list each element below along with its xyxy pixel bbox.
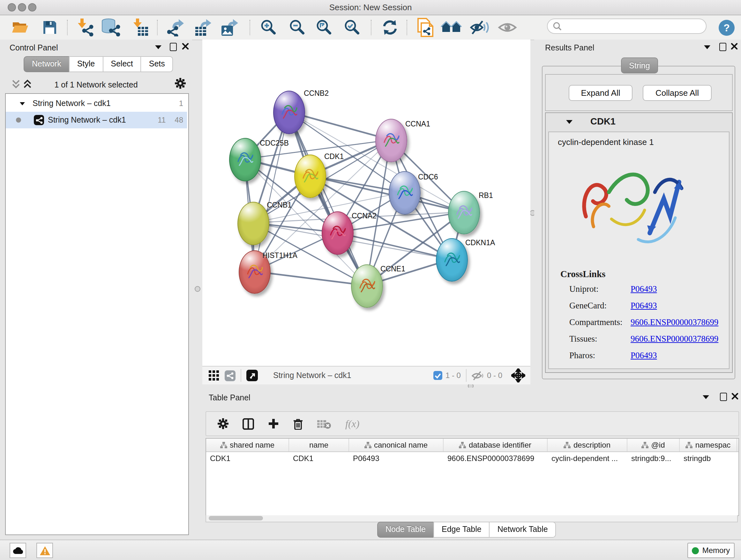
show-columns-icon[interactable] <box>243 418 254 429</box>
network-node-CCNE1[interactable] <box>351 264 383 308</box>
tab-network-table[interactable]: Network Table <box>489 522 556 538</box>
tab-node-table[interactable]: Node Table <box>377 522 434 538</box>
tab-sets[interactable]: Sets <box>141 56 173 72</box>
column-type-icon <box>686 442 693 448</box>
table-row[interactable]: CDK1CDK1P064939606.ENSP00000378699cyclin… <box>206 452 738 465</box>
selected-counts: 1 - 0 <box>446 371 461 380</box>
delete-table-icon[interactable] <box>317 419 331 429</box>
refresh-icon[interactable] <box>382 18 398 37</box>
save-session-icon[interactable] <box>42 18 57 37</box>
export-table-icon[interactable] <box>194 18 212 37</box>
zoom-selected-icon[interactable] <box>344 18 360 37</box>
column-header-description[interactable]: description <box>548 439 627 451</box>
export-image-icon[interactable] <box>220 18 238 37</box>
network-node-CDC6[interactable] <box>389 171 421 214</box>
column-header-namespac[interactable]: namespac <box>680 439 737 451</box>
network-edge[interactable] <box>254 112 288 271</box>
network-node-CCNA2[interactable] <box>322 211 354 255</box>
toolbar-separator <box>67 20 68 35</box>
houses-icon[interactable] <box>441 18 462 37</box>
column-header--id[interactable]: @id <box>627 439 680 451</box>
selected-checkbox-icon[interactable] <box>433 371 442 380</box>
tab-network[interactable]: Network <box>23 56 70 72</box>
export-network-icon[interactable] <box>167 18 184 37</box>
network-node-RB1[interactable] <box>448 191 480 234</box>
memory-button[interactable]: Memory <box>687 543 735 558</box>
network-node-CDC25B[interactable] <box>229 138 261 181</box>
network-node-CDK1[interactable] <box>294 154 326 198</box>
add-column-icon[interactable] <box>268 418 279 429</box>
open-folder-icon[interactable] <box>11 18 29 37</box>
duplicate-network-icon[interactable] <box>416 18 434 37</box>
protein-ribbon-icon <box>300 164 320 187</box>
collapse-entry-icon[interactable] <box>566 120 572 124</box>
open-in-new-window-icon[interactable] <box>246 370 258 381</box>
panel-menu-icon[interactable] <box>155 45 161 49</box>
import-network-from-database-icon[interactable] <box>101 18 121 37</box>
tab-select[interactable]: Select <box>103 56 141 72</box>
hide-eye-icon[interactable] <box>470 18 489 37</box>
close-panel-icon[interactable] <box>731 393 738 400</box>
column-header-canonical-name[interactable]: canonical name <box>349 439 444 451</box>
gear-icon[interactable] <box>175 78 186 89</box>
network-edge[interactable] <box>337 233 451 259</box>
scrollbar-thumb[interactable] <box>209 516 263 520</box>
network-edge[interactable] <box>288 112 366 286</box>
tab-string[interactable]: String <box>621 57 658 73</box>
import-table-icon[interactable] <box>133 18 149 37</box>
crosslink-link[interactable]: 9606.ENSP00000378699 <box>630 334 718 344</box>
show-eye-icon[interactable] <box>498 18 517 37</box>
tree-row-collection[interactable]: String Network – cdk1 1 <box>6 95 187 112</box>
network-node-CCNB1[interactable] <box>238 202 269 245</box>
table-horizontal-scrollbar[interactable] <box>205 515 738 522</box>
warnings-button[interactable] <box>37 543 53 558</box>
column-header-name[interactable]: name <box>289 439 349 451</box>
zoom-fit-icon[interactable] <box>316 18 333 37</box>
main-toolbar: ? <box>0 15 741 40</box>
network-node-CDKN1A[interactable] <box>436 238 468 282</box>
column-header-database-identifier[interactable]: database identifier <box>444 439 548 451</box>
vertical-splitter-handle[interactable] <box>195 286 200 292</box>
network-view-icon[interactable] <box>225 370 235 381</box>
delete-column-icon[interactable] <box>293 418 303 429</box>
close-panel-icon[interactable] <box>182 43 189 50</box>
string-results-box: Expand All Collapse All CDK1 cyclin-depe… <box>542 66 735 379</box>
import-network-icon[interactable] <box>78 18 94 37</box>
birds-eye-view-icon[interactable] <box>511 368 525 382</box>
tab-edge-table[interactable]: Edge Table <box>433 522 490 538</box>
network-canvas[interactable]: CCNB2CCNA1CDC25BCDK1CDC6RB1CCNB1CCNA2CDK… <box>202 40 530 366</box>
expand-all-button[interactable]: Expand All <box>569 85 632 101</box>
search-field[interactable] <box>547 18 706 34</box>
node-result-detail: cyclin-dependent kinase 1 <box>548 132 730 369</box>
network-node-CCNB2[interactable] <box>273 91 305 134</box>
table-gear-icon[interactable] <box>218 418 228 429</box>
panel-menu-icon[interactable] <box>703 395 709 399</box>
crosslinks-title: CrossLinks <box>560 269 605 280</box>
float-panel-icon[interactable] <box>719 43 726 51</box>
grid-view-icon[interactable] <box>209 370 219 381</box>
cloud-tasks-button[interactable] <box>10 543 26 558</box>
panel-menu-icon[interactable] <box>704 45 711 49</box>
crosslink-link[interactable]: P06493 <box>630 351 657 361</box>
network-node-label: CCNE1 <box>381 265 405 273</box>
help-icon[interactable]: ? <box>718 18 735 37</box>
network-edge[interactable] <box>254 271 366 286</box>
collapse-all-button[interactable]: Collapse All <box>643 85 712 101</box>
crosslink-link[interactable]: P06493 <box>630 301 657 311</box>
crosslink-label: Tissues: <box>569 334 597 344</box>
column-header-shared-name[interactable]: shared name <box>206 439 289 451</box>
crosslink-link[interactable]: P06493 <box>630 284 657 294</box>
zoom-out-icon[interactable] <box>289 18 306 37</box>
search-input[interactable] <box>562 21 692 31</box>
tab-style[interactable]: Style <box>69 56 104 72</box>
tree-expander-icon[interactable] <box>20 102 25 105</box>
zoom-in-icon[interactable] <box>260 18 277 37</box>
network-node-CCNA1[interactable] <box>375 119 407 162</box>
crosslink-link[interactable]: 9606.ENSP00000378699 <box>630 317 718 327</box>
tree-row-network[interactable]: String Network – cdk1 11 48 <box>6 112 187 128</box>
float-panel-icon[interactable] <box>170 43 177 51</box>
close-panel-icon[interactable] <box>731 43 738 50</box>
column-type-icon <box>364 442 372 448</box>
network-view-toolbar: String Network – cdk1 1 - 0 0 - 0 <box>202 366 530 384</box>
float-panel-icon[interactable] <box>720 393 727 401</box>
